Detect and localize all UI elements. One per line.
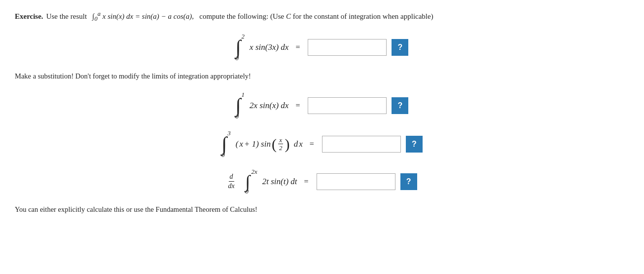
- p4-upper: 2x: [251, 168, 257, 176]
- exercise-label: Exercise.: [15, 10, 43, 22]
- p3-fraction: x 2: [278, 136, 284, 152]
- p3-equals: =: [310, 140, 314, 149]
- header-description: Use the result ∫0a x sin(x) dx = sin(a) …: [46, 9, 433, 24]
- problem-1-math: 2 ∫ 0 x sin(3x) dx =: [236, 33, 303, 62]
- p3-frac-den: 2: [278, 144, 284, 152]
- p4-deriv-frac: d dx: [227, 173, 235, 191]
- problem-3-row: 3 ∫ 0 (x + 1) sin ( x 2 ) dx = ?: [221, 129, 423, 159]
- substitution-hint: Make a substitution! Don't forget to mod…: [15, 71, 629, 82]
- problem-4-math: d dx 2x ∫ 0 2t sin(t) dt =: [227, 168, 311, 196]
- problem-4-row: d dx 2x ∫ 0 2t sin(t) dt = ?: [227, 168, 417, 196]
- p4-integrand: 2t sin(t) dt: [262, 177, 297, 187]
- p2-equals: =: [295, 101, 300, 110]
- p3-lower: 0: [221, 151, 225, 159]
- p3-integrand: (x + 1) sin ( x 2 ) dx: [236, 136, 303, 152]
- p4-help-button[interactable]: ?: [400, 173, 417, 190]
- p2-help-button[interactable]: ?: [392, 97, 408, 114]
- p2-upper: 1: [242, 91, 245, 99]
- p3-open-paren: (: [272, 137, 277, 152]
- p4-deriv-num: d: [229, 173, 234, 182]
- p4-equals: =: [304, 177, 309, 186]
- p3-close-paren: ): [285, 137, 289, 152]
- p4-deriv-den: dx: [227, 182, 235, 191]
- p2-integrand: 2x sin(x) dx: [250, 101, 288, 111]
- p1-answer-input[interactable]: [308, 39, 387, 56]
- p3-frac-num: x: [278, 136, 283, 145]
- p1-help-button[interactable]: ?: [392, 39, 408, 56]
- problem-2-row: 1 ∫ 0 2x sin(x) dx = ?: [236, 91, 409, 120]
- problem-3: 3 ∫ 0 (x + 1) sin ( x 2 ) dx = ?: [15, 129, 629, 159]
- problem-1: 2 ∫ 0 x sin(3x) dx = ?: [15, 33, 629, 62]
- problem-2: 1 ∫ 0 2x sin(x) dx = ?: [15, 91, 629, 120]
- p4-answer-input[interactable]: [317, 173, 395, 190]
- p3-answer-input[interactable]: [322, 136, 401, 153]
- problem-4: d dx 2x ∫ 0 2t sin(t) dt = ?: [15, 168, 629, 196]
- problem-3-math: 3 ∫ 0 (x + 1) sin ( x 2 ) dx =: [221, 129, 317, 159]
- exercise-header: Exercise. Use the result ∫0a x sin(x) dx…: [15, 9, 629, 24]
- p3-help-button[interactable]: ?: [406, 136, 423, 153]
- p1-integrand: x sin(3x) dx: [250, 42, 288, 52]
- p3-integral-sign: ∫: [221, 135, 227, 153]
- p1-upper: 2: [242, 33, 245, 40]
- problem-2-math: 1 ∫ 0 2x sin(x) dx =: [236, 91, 303, 120]
- p1-integral-sign: ∫: [236, 39, 241, 56]
- p4-lower: 0: [245, 188, 249, 196]
- p3-upper: 3: [227, 129, 231, 137]
- header-formula: ∫0a x sin(x) dx = sin(a) − a cos(a),: [92, 12, 195, 20]
- p1-limits: 2 ∫ 0: [236, 33, 245, 62]
- p2-limits: 1 ∫ 0: [236, 91, 245, 120]
- p4-limits: 2x ∫ 0: [245, 168, 257, 196]
- footer-hint: You can either explicitly calculate this…: [15, 204, 629, 215]
- p2-lower: 0: [236, 113, 239, 120]
- p3-limits: 3 ∫ 0: [221, 129, 231, 159]
- p2-answer-input[interactable]: [308, 97, 387, 114]
- problem-1-row: 2 ∫ 0 x sin(3x) dx = ?: [236, 33, 409, 62]
- p1-equals: =: [295, 43, 300, 52]
- p1-lower: 0: [236, 54, 239, 62]
- p2-integral-sign: ∫: [236, 97, 241, 115]
